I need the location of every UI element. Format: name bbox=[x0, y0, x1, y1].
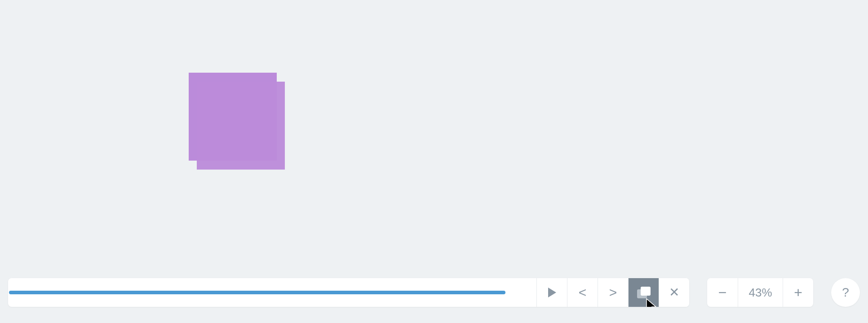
zoom-out-button[interactable]: − bbox=[707, 278, 738, 307]
bottom-toolbar: < > Show current state ✕ − 43% + bbox=[8, 278, 860, 307]
shape-square-front[interactable] bbox=[197, 82, 285, 170]
zoom-level-display[interactable]: 43% bbox=[738, 278, 783, 307]
close-button[interactable]: ✕ bbox=[659, 278, 689, 307]
help-button[interactable]: ? bbox=[831, 278, 860, 307]
plus-icon: + bbox=[794, 284, 802, 301]
stacked-squares-icon bbox=[637, 287, 651, 298]
current-state-button[interactable]: Show current state bbox=[628, 278, 659, 307]
next-button[interactable]: > bbox=[598, 278, 628, 307]
canvas-area[interactable] bbox=[0, 0, 868, 323]
chevron-right-icon: > bbox=[609, 286, 617, 299]
zoom-in-button[interactable]: + bbox=[783, 278, 813, 307]
timeline-progress-fill bbox=[9, 291, 505, 294]
zoom-group: − 43% + bbox=[707, 278, 813, 307]
cursor-pointer-icon bbox=[646, 298, 657, 307]
play-button[interactable] bbox=[536, 278, 567, 307]
chevron-left-icon: < bbox=[579, 286, 587, 299]
minus-icon: − bbox=[718, 284, 727, 301]
prev-button[interactable]: < bbox=[567, 278, 598, 307]
timeline-group: < > Show current state ✕ bbox=[8, 278, 689, 307]
timeline-track[interactable] bbox=[8, 278, 536, 307]
play-icon bbox=[547, 287, 557, 298]
help-icon: ? bbox=[842, 285, 849, 300]
close-icon: ✕ bbox=[669, 286, 679, 299]
